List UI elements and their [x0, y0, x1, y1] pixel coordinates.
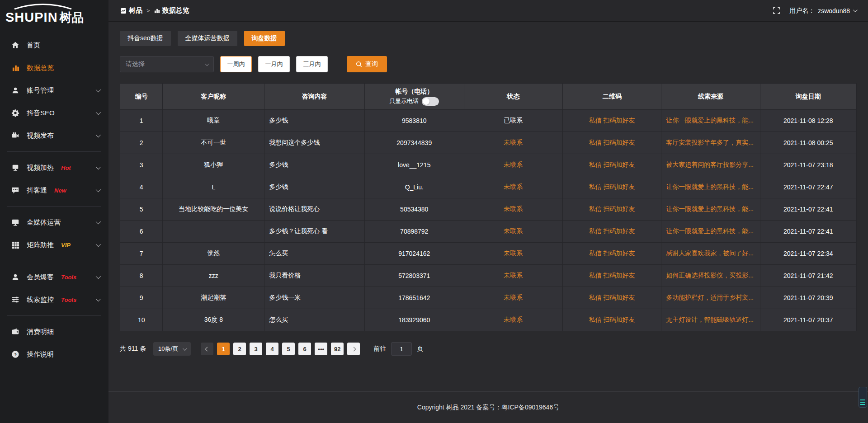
cell-no: 6	[120, 221, 163, 243]
breadcrumb: 树品 > 数据总览	[120, 6, 189, 15]
chevron-down-icon	[853, 8, 858, 12]
hot-badge: Hot	[61, 164, 71, 171]
sidebar-item-omni-media[interactable]: 全媒体运营	[0, 211, 108, 234]
sidebar-item-label: 消费明细	[27, 328, 54, 336]
page-size-select[interactable]: 10条/页	[153, 342, 191, 356]
cell-qrcode-links[interactable]: 私信 扫码加好友	[562, 221, 661, 243]
cell-no: 10	[120, 309, 163, 331]
tab-douyin-seo-data[interactable]: 抖音seo数据	[120, 31, 171, 46]
breadcrumb-root[interactable]: 树品	[120, 6, 142, 15]
page-button-92[interactable]: 92	[331, 343, 344, 355]
cell-source-link[interactable]: 让你一眼就爱上的黑科技，能...	[661, 221, 760, 243]
sidebar-item-label: 线索监控	[27, 296, 54, 304]
sidebar-item-matrix-boost[interactable]: 矩阵助推 VIP	[0, 234, 108, 256]
cell-qrcode-links[interactable]: 私信 扫码加好友	[562, 110, 661, 132]
sidebar-item-doukertong[interactable]: 抖客通 New	[0, 179, 108, 202]
page-button-6[interactable]: 6	[298, 343, 311, 355]
cell-account: 917024162	[364, 243, 464, 265]
cell-source-link[interactable]: 感谢大家喜欢我家，被问了好...	[661, 243, 760, 265]
account-select[interactable]: 请选择	[120, 56, 214, 72]
phone-only-toggle[interactable]	[422, 97, 439, 106]
cell-qrcode-links[interactable]: 私信 扫码加好友	[562, 198, 661, 221]
cell-date: 2021-11-07 22:47	[760, 176, 856, 198]
sidebar-item-video-publish[interactable]: 视频发布	[0, 124, 108, 147]
sidebar-item-account-mgmt[interactable]: 账号管理	[0, 79, 108, 102]
cell-qrcode-links[interactable]: 私信 扫码加好友	[562, 287, 661, 309]
sidebar-item-data-overview[interactable]: 数据总览	[0, 56, 108, 79]
cell-source-link[interactable]: 多功能护栏灯，适用于乡村文...	[661, 287, 760, 309]
sidebar-item-member-burst[interactable]: 会员爆客 Tools	[0, 266, 108, 288]
page-button-1[interactable]: 1	[217, 343, 230, 355]
page-button-5[interactable]: 5	[282, 343, 295, 355]
cell-source-link[interactable]: 被大家追着问的客厅投影分享...	[661, 154, 760, 176]
sidebar-item-instructions[interactable]: ? 操作说明	[0, 343, 108, 366]
chevron-down-icon	[96, 164, 101, 169]
sidebar-item-consumption-detail[interactable]: 消费明细	[0, 320, 108, 343]
cell-date: 2021-11-08 00:25	[760, 132, 856, 154]
sidebar-item-douyin-seo[interactable]: 抖音SEO	[0, 102, 108, 124]
sidebar-item-home[interactable]: 首页	[0, 34, 108, 56]
user-dropdown[interactable]: 用户名： zswodun88	[789, 7, 856, 15]
search-button[interactable]: 查询	[347, 56, 387, 72]
cell-status: 未联系	[464, 221, 562, 243]
sidebar-item-lead-monitor[interactable]: 线索监控 Tools	[0, 288, 108, 311]
app-icon	[120, 8, 127, 14]
sidebar-item-video-heat[interactable]: 视频加热 Hot	[0, 156, 108, 179]
goto-page-input[interactable]	[391, 342, 412, 356]
period-button-month[interactable]: 一月内	[258, 56, 290, 72]
fullscreen-icon[interactable]	[773, 7, 780, 14]
cell-qrcode-links[interactable]: 私信 扫码加好友	[562, 243, 661, 265]
username-value: zswodun88	[818, 7, 850, 14]
page-button-3[interactable]: 3	[250, 343, 262, 355]
cell-source-link[interactable]: 让你一眼就爱上的黑科技，能...	[661, 176, 760, 198]
cell-source-link[interactable]: 让你一眼就爱上的黑科技，能...	[661, 110, 760, 132]
cell-content: 多少钱	[264, 176, 365, 198]
chevron-down-icon	[205, 61, 209, 66]
cell-qrcode-links[interactable]: 私信 扫码加好友	[562, 132, 661, 154]
col-date: 询盘日期	[760, 84, 856, 110]
table-row: 4 L 多少钱 Q_Liu. 未联系 私信 扫码加好友 让你一眼就爱上的黑科技，…	[120, 176, 857, 198]
prev-page-button[interactable]	[201, 343, 213, 355]
cell-nickname: 36度 8	[163, 309, 264, 331]
cell-qrcode-links[interactable]: 私信 扫码加好友	[562, 265, 661, 287]
sidebar-item-label: 视频加热	[27, 164, 54, 172]
period-button-3months[interactable]: 三月内	[296, 56, 328, 72]
pagination: 共 911 条 10条/页 1 2 3 4 5 6 ••• 92 前往 页	[120, 342, 857, 356]
cell-source-link[interactable]: 客厅安装投影半年多了，真实...	[661, 132, 760, 154]
video-upload-icon	[11, 131, 20, 140]
cell-qrcode-links[interactable]: 私信 扫码加好友	[562, 309, 661, 331]
tools-badge: Tools	[61, 296, 76, 303]
cell-qrcode-links[interactable]: 私信 扫码加好友	[562, 176, 661, 198]
tab-inquiry-data[interactable]: 询盘数据	[244, 31, 285, 46]
cell-date: 2021-11-07 22:41	[760, 221, 856, 243]
period-button-week[interactable]: 一周内	[220, 56, 252, 72]
page-ellipsis-button[interactable]: •••	[315, 343, 327, 355]
total-count: 共 911 条	[120, 345, 146, 353]
cell-source-link[interactable]: 无主灯设计，智能磁吸轨道灯...	[661, 309, 760, 331]
widget-line	[860, 400, 865, 400]
topbar-right: 用户名： zswodun88	[773, 7, 856, 15]
col-account: 帐号（电话） 只显示电话	[364, 84, 464, 110]
next-page-button[interactable]	[347, 343, 360, 355]
breadcrumb-current[interactable]: 数据总览	[154, 6, 189, 15]
footer: Copyright 树品 2021 备案号：粤ICP备09019646号	[108, 391, 868, 423]
sidebar-item-label: 首页	[27, 41, 40, 50]
overview-chart-icon	[154, 8, 160, 14]
cell-qrcode-links[interactable]: 私信 扫码加好友	[562, 154, 661, 176]
cell-source-link[interactable]: 让你一眼就爱上的黑科技，能...	[661, 198, 760, 221]
tab-omni-media-data[interactable]: 全媒体运营数据	[178, 31, 237, 46]
topbar: 树品 > 数据总览 用户名： zswodun88	[108, 0, 868, 22]
chevron-down-icon	[96, 110, 101, 115]
page-button-4[interactable]: 4	[266, 343, 278, 355]
floating-contact-widget[interactable]	[859, 387, 867, 408]
table-row: 7 觉然 怎么买 917024162 未联系 私信 扫码加好友 感谢大家喜欢我家…	[120, 243, 857, 265]
sidebar-item-label: 视频发布	[27, 132, 54, 140]
cell-status: 未联系	[464, 198, 562, 221]
table-row: 10 36度 8 怎么买 183929060 未联系 私信 扫码加好友 无主灯设…	[120, 309, 857, 331]
cell-source-link[interactable]: 如何正确选择投影仪，买投影...	[661, 265, 760, 287]
col-content: 咨询内容	[264, 84, 365, 110]
cell-account: 9583810	[364, 110, 464, 132]
svg-text:?: ?	[14, 352, 17, 357]
page-button-2[interactable]: 2	[233, 343, 246, 355]
cell-no: 2	[120, 132, 163, 154]
